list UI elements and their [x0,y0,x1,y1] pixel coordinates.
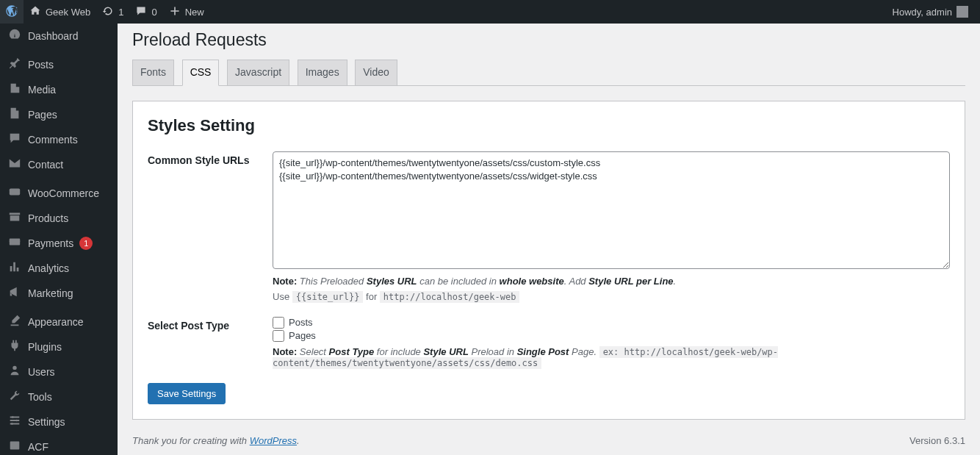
plus-icon [169,5,181,19]
sidebar-label: Settings [28,416,65,428]
common-style-urls-textarea[interactable] [273,151,950,269]
sidebar-label: Marketing [28,287,73,299]
site-name-link[interactable]: Geek Web [24,0,96,24]
sidebar-label: Dashboard [28,30,79,42]
megaphone-icon [7,285,22,301]
my-account-link[interactable]: Howdy, admin [887,0,974,24]
sidebar-item-plugins[interactable]: Plugins [0,334,118,359]
sidebar-label: Payments [28,237,73,249]
main-content: Preload Requests Fonts CSS Javascript Im… [118,24,980,455]
row-common-style-urls: Common Style URLs Note: This Preloaded S… [148,151,950,302]
admin-footer: Thank you for creating with WordPress. V… [118,426,980,455]
sidebar-item-products[interactable]: Products [0,206,118,231]
footer-wordpress-link[interactable]: WordPress [250,435,297,446]
acf-icon [7,439,22,455]
tab-css[interactable]: CSS [182,60,220,86]
checkbox-posts[interactable] [273,317,284,329]
avatar [956,6,968,18]
footer-thank-suffix: . [297,435,300,446]
svg-point-5 [15,420,18,422]
sidebar-item-payments[interactable]: Payments 1 [0,231,118,256]
sidebar-label: Appearance [28,316,84,328]
checkbox-pages-label: Pages [289,330,316,341]
sidebar-label: Comments [28,134,78,146]
admin-sidebar: Dashboard Posts Media Pages Comments Con… [0,24,118,455]
updates-link[interactable]: 1 [96,0,129,24]
updates-count: 1 [118,7,123,18]
update-icon [102,5,114,19]
sidebar-item-appearance[interactable]: Appearance [0,309,118,334]
sidebar-item-settings[interactable]: Settings [0,409,118,434]
howdy-label: Howdy, admin [893,7,952,18]
sidebar-item-media[interactable]: Media [0,77,118,102]
mail-icon [7,157,22,173]
tab-javascript[interactable]: Javascript [227,60,289,85]
wordpress-logo-icon [6,5,18,19]
sidebar-label: Tools [28,391,52,403]
page-icon [7,107,22,123]
section-heading: Styles Setting [148,116,950,135]
sidebar-label: ACF [28,441,48,453]
sidebar-label: Media [28,84,56,96]
brush-icon [7,314,22,330]
checkbox-posts-label: Posts [289,317,313,328]
sidebar-label: Contact [28,159,63,171]
sidebar-item-contact[interactable]: Contact [0,152,118,177]
home-icon [29,5,41,19]
archive-icon [7,210,22,226]
sidebar-item-acf[interactable]: ACF [0,434,118,455]
new-content-label: New [185,7,204,18]
sidebar-item-tools[interactable]: Tools [0,384,118,409]
sidebar-item-analytics[interactable]: Analytics [0,256,118,281]
site-name-label: Geek Web [46,7,90,18]
tab-fonts[interactable]: Fonts [132,60,174,85]
svg-rect-0 [10,189,20,196]
sidebar-item-users[interactable]: Users [0,359,118,384]
svg-rect-2 [10,240,20,242]
admin-toolbar: Geek Web 1 0 New Howdy, admin [0,0,980,24]
footer-thank-prefix: Thank you for creating with [132,435,250,446]
footer-version: Version 6.3.1 [909,435,965,446]
svg-rect-9 [12,446,18,448]
payments-icon [7,235,22,251]
woocommerce-icon [7,185,22,201]
sidebar-item-comments[interactable]: Comments [0,127,118,152]
pin-icon [7,57,22,73]
common-style-urls-label: Common Style URLs [148,151,273,166]
sidebar-item-woocommerce[interactable]: WooCommerce [0,181,118,206]
chart-icon [7,260,22,276]
use-hint: Use {{site_url}} for http://localhost/ge… [273,291,950,302]
sidebar-label: WooCommerce [28,187,99,199]
save-settings-button[interactable]: Save Settings [148,383,226,404]
sidebar-item-posts[interactable]: Posts [0,52,118,77]
comments-count: 0 [151,7,156,18]
checkbox-pages[interactable] [273,330,284,342]
sliders-icon [7,414,22,430]
comment-icon [135,5,147,19]
select-post-type-label: Select Post Type [148,317,273,332]
svg-rect-8 [12,443,15,445]
svg-point-3 [12,366,16,370]
comments-link[interactable]: 0 [129,0,162,24]
settings-panel: Styles Setting Common Style URLs Note: T… [132,101,965,420]
sidebar-item-pages[interactable]: Pages [0,102,118,127]
dashboard-icon [7,28,22,44]
note-2: Note: Select Post Type for include Style… [273,346,950,368]
note-1: Note: This Preloaded Styles URL can be i… [273,276,950,287]
media-icon [7,82,22,98]
tab-images[interactable]: Images [298,60,347,85]
svg-point-6 [11,423,13,425]
sidebar-item-marketing[interactable]: Marketing [0,281,118,306]
row-select-post-type: Select Post Type Posts Pages Note: Selec… [148,317,950,368]
page-title: Preload Requests [132,24,965,53]
svg-rect-7 [10,442,20,450]
svg-point-4 [12,416,14,418]
tab-video[interactable]: Video [355,60,397,85]
sidebar-label: Users [28,366,55,378]
tab-bar: Fonts CSS Javascript Images Video [132,53,965,86]
plug-icon [7,339,22,355]
sidebar-item-dashboard[interactable]: Dashboard [0,24,118,49]
wp-logo-menu[interactable] [0,0,24,24]
sidebar-label: Posts [28,59,54,71]
new-content-link[interactable]: New [163,0,210,24]
